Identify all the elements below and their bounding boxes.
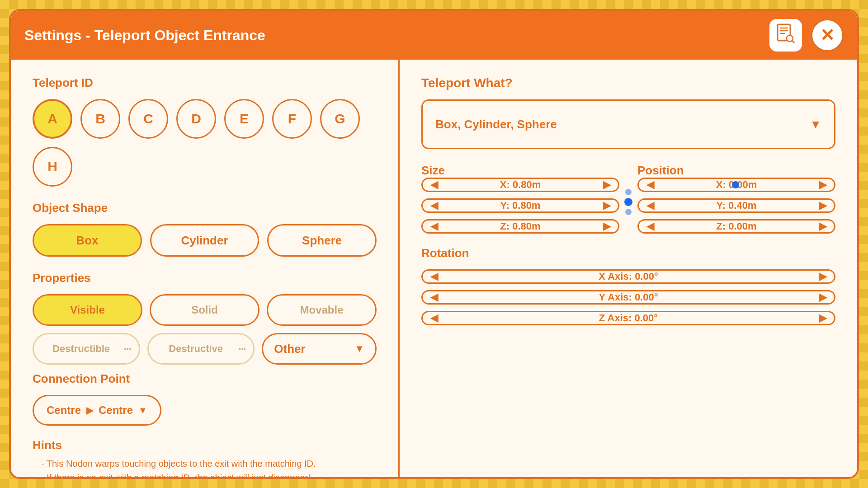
left-panel: Teleport ID A B C D E F G H Object Shape… bbox=[11, 60, 400, 477]
cp-value1: Centre bbox=[47, 404, 81, 417]
hint-1: · This Nodon warps touching objects to t… bbox=[33, 459, 377, 469]
shape-btn-cylinder[interactable]: Cylinder bbox=[150, 224, 259, 257]
id-btn-h[interactable]: H bbox=[33, 147, 72, 187]
position-z-field: ◀ Z: 0.00m ▶ bbox=[637, 219, 835, 234]
teleport-id-label: Teleport ID bbox=[33, 76, 377, 90]
size-z-value: Z: 0.80m bbox=[445, 221, 595, 232]
other-dropdown-arrow: ▼ bbox=[354, 343, 364, 355]
rotation-y-value: Y Axis: 0.00° bbox=[445, 291, 811, 303]
blue-dot-3 bbox=[625, 209, 632, 215]
close-button[interactable]: ✕ bbox=[811, 19, 844, 52]
cp-value2: Centre bbox=[99, 404, 133, 417]
teleport-id-buttons: A B C D E F G H bbox=[33, 99, 377, 187]
position-section: Position ◀ X: 0.00m ▶ ◀ Y: 0.40m ▶ bbox=[637, 164, 835, 234]
prop-btn-movable[interactable]: Movable bbox=[267, 294, 377, 326]
size-z-right[interactable]: ▶ bbox=[595, 221, 618, 232]
shape-buttons: Box Cylinder Sphere bbox=[33, 224, 377, 257]
rotation-section: ◀ X Axis: 0.00° ▶ ◀ Y Axis: 0.00° ▶ ◀ Z … bbox=[421, 269, 835, 325]
position-x-left[interactable]: ◀ bbox=[639, 179, 661, 191]
prop-btn-destructive[interactable]: Destructive ··· bbox=[147, 333, 255, 365]
shape-btn-box[interactable]: Box bbox=[33, 224, 142, 257]
docs-icon bbox=[776, 23, 796, 47]
modal-body: Teleport ID A B C D E F G H Object Shape… bbox=[11, 60, 857, 477]
position-label: Position bbox=[637, 164, 835, 178]
size-z-left[interactable]: ◀ bbox=[423, 221, 445, 232]
size-z-field: ◀ Z: 0.80m ▶ bbox=[421, 219, 619, 234]
teleport-what-value: Box, Cylinder, Sphere bbox=[435, 117, 557, 131]
id-btn-g[interactable]: G bbox=[320, 99, 360, 139]
id-btn-e[interactable]: E bbox=[224, 99, 264, 139]
destructible-dots: ··· bbox=[124, 344, 132, 354]
id-btn-d[interactable]: D bbox=[176, 99, 216, 139]
id-btn-a[interactable]: A bbox=[33, 99, 72, 139]
id-btn-f[interactable]: F bbox=[272, 99, 312, 139]
object-shape-label: Object Shape bbox=[33, 201, 377, 215]
rotation-z-field: ◀ Z Axis: 0.00° ▶ bbox=[421, 311, 835, 325]
position-z-value: Z: 0.00m bbox=[661, 221, 811, 232]
cp-dropdown-icon: ▼ bbox=[138, 405, 147, 416]
modal-title: Settings - Teleport Object Entrance bbox=[24, 27, 265, 44]
position-x-right[interactable]: ▶ bbox=[811, 179, 834, 191]
connection-point-button[interactable]: Centre ▶ Centre ▼ bbox=[33, 395, 161, 426]
rotation-label: Rotation bbox=[421, 246, 835, 260]
position-y-value: Y: 0.40m bbox=[661, 200, 811, 211]
other-label: Other bbox=[274, 342, 305, 356]
size-x-left[interactable]: ◀ bbox=[423, 179, 445, 191]
svg-line-5 bbox=[792, 41, 794, 43]
rotation-x-field: ◀ X Axis: 0.00° ▶ bbox=[421, 269, 835, 284]
size-section: Size ◀ X: 0.80m ▶ ◀ Y: 0.80m ▶ bbox=[421, 164, 619, 234]
rotation-x-value: X Axis: 0.00° bbox=[445, 271, 811, 282]
position-z-left[interactable]: ◀ bbox=[639, 221, 661, 232]
size-x-field: ◀ X: 0.80m ▶ bbox=[421, 178, 619, 192]
blue-dots-decoration bbox=[624, 189, 632, 215]
size-y-field: ◀ Y: 0.80m ▶ bbox=[421, 198, 619, 213]
connection-point-label: Connection Point bbox=[33, 372, 377, 386]
prop-btn-solid[interactable]: Solid bbox=[150, 294, 259, 326]
hints-label: Hints bbox=[33, 438, 377, 452]
rotation-y-field: ◀ Y Axis: 0.00° ▶ bbox=[421, 290, 835, 305]
rotation-y-left[interactable]: ◀ bbox=[423, 291, 445, 303]
size-label: Size bbox=[421, 164, 619, 178]
size-x-right[interactable]: ▶ bbox=[595, 179, 618, 191]
properties-label: Properties bbox=[33, 271, 377, 285]
hints-section: Hints · This Nodon warps touching object… bbox=[33, 438, 377, 477]
destructive-dots: ··· bbox=[239, 344, 246, 354]
rotation-z-left[interactable]: ◀ bbox=[423, 312, 445, 324]
position-blue-dot bbox=[732, 181, 739, 188]
prop-btn-destructible[interactable]: Destructible ··· bbox=[33, 333, 140, 365]
position-y-field: ◀ Y: 0.40m ▶ bbox=[637, 198, 835, 213]
rotation-z-value: Z Axis: 0.00° bbox=[445, 312, 811, 324]
destructive-label: Destructive bbox=[156, 343, 236, 355]
teleport-what-arrow: ▼ bbox=[810, 117, 821, 131]
size-y-value: Y: 0.80m bbox=[445, 200, 595, 211]
docs-button[interactable] bbox=[769, 19, 802, 52]
modal-header: Settings - Teleport Object Entrance ✕ bbox=[11, 11, 857, 60]
rotation-x-left[interactable]: ◀ bbox=[423, 271, 445, 282]
size-x-value: X: 0.80m bbox=[445, 179, 595, 191]
prop-btn-visible[interactable]: Visible bbox=[33, 294, 142, 326]
right-panel: Teleport What? Box, Cylinder, Sphere ▼ S… bbox=[400, 60, 857, 477]
size-y-right[interactable]: ▶ bbox=[595, 200, 618, 211]
position-y-right[interactable]: ▶ bbox=[811, 200, 834, 211]
position-z-right[interactable]: ▶ bbox=[811, 221, 834, 232]
prop-btn-other[interactable]: Other ▼ bbox=[262, 333, 377, 365]
rotation-z-right[interactable]: ▶ bbox=[811, 312, 834, 324]
header-right: ✕ bbox=[769, 19, 844, 52]
position-x-field: ◀ X: 0.00m ▶ bbox=[637, 178, 835, 192]
settings-modal: Settings - Teleport Object Entrance ✕ bbox=[9, 9, 859, 479]
hint-2: · If there is no exit with a matching ID… bbox=[33, 473, 377, 477]
position-y-left[interactable]: ◀ bbox=[639, 200, 661, 211]
id-btn-b[interactable]: B bbox=[80, 99, 120, 139]
rotation-x-right[interactable]: ▶ bbox=[811, 271, 834, 282]
size-y-left[interactable]: ◀ bbox=[423, 200, 445, 211]
teleport-what-dropdown[interactable]: Box, Cylinder, Sphere ▼ bbox=[421, 99, 835, 149]
cp-arrow-icon: ▶ bbox=[86, 405, 93, 416]
teleport-what-label: Teleport What? bbox=[421, 76, 835, 90]
properties-row2: Destructible ··· Destructive ··· Other ▼ bbox=[33, 333, 377, 365]
rotation-y-right[interactable]: ▶ bbox=[811, 291, 834, 303]
blue-dot-1 bbox=[625, 189, 632, 195]
shape-btn-sphere[interactable]: Sphere bbox=[267, 224, 377, 257]
blue-dot-2 bbox=[624, 198, 632, 206]
id-btn-c[interactable]: C bbox=[128, 99, 168, 139]
connection-point-section: Connection Point Centre ▶ Centre ▼ bbox=[33, 372, 377, 426]
